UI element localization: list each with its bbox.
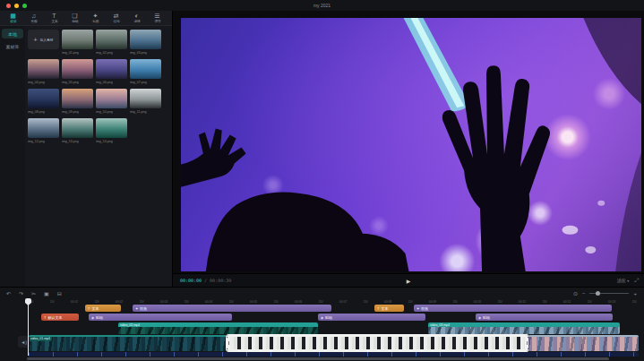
media-item[interactable]: img_11.png	[130, 89, 161, 118]
redo-icon[interactable]: ↷	[19, 290, 23, 297]
media-item[interactable]: img_01.png	[62, 30, 93, 59]
timeline-clip-purple[interactable]: ✦特效	[133, 305, 331, 312]
split-icon[interactable]: ✂	[31, 290, 36, 297]
timecode: 00:00:00 / 00:00:30	[180, 278, 231, 283]
media-thumbnail[interactable]	[28, 118, 59, 138]
media-item[interactable]: img_12.png	[28, 118, 59, 148]
current-time: 00:00:00	[180, 278, 202, 283]
audio-icon: ♫	[31, 13, 36, 19]
timeline-clip-video-sunset[interactable]	[528, 335, 639, 351]
media-thumbnail[interactable]	[130, 59, 161, 79]
snap-icon[interactable]: ⊙	[573, 290, 578, 297]
timeline-clip-purple[interactable]: ✦特效	[414, 305, 612, 312]
clip-label: 特效	[421, 306, 428, 311]
clip-type-icon: T	[377, 306, 379, 311]
nav-item-local[interactable]: 本地	[2, 29, 23, 39]
undo-icon[interactable]: ↶	[6, 290, 11, 297]
timeline-clip-video-dark[interactable]: video_01.mp4	[29, 335, 227, 351]
media-thumbnail[interactable]	[62, 118, 93, 138]
ruler-tick: 15f	[95, 299, 99, 303]
media-thumbnail[interactable]	[28, 89, 59, 108]
zoom-slider-knob[interactable]	[596, 291, 600, 296]
ruler-tick: 15f	[319, 299, 323, 303]
clip-label: 文本	[381, 306, 388, 311]
transition-icon: ⇄	[114, 13, 119, 19]
import-cell: + 导入素材	[28, 30, 59, 59]
clip-type-icon: ✦	[135, 306, 138, 311]
timeline-clip-purple[interactable]: ◈贴纸	[89, 314, 232, 321]
tool-effects[interactable]: ✦特效	[86, 13, 105, 23]
tool-filter[interactable]: ◐滤镜	[127, 13, 146, 23]
tool-sticker[interactable]: ❏贴纸	[65, 13, 84, 23]
ruler-tick: 15f	[632, 299, 637, 303]
zoom-in-icon[interactable]: +	[633, 291, 637, 297]
nav-item-library[interactable]: 素材库	[2, 41, 23, 51]
tool-audio[interactable]: ♫音频	[24, 13, 43, 23]
plus-icon: +	[33, 37, 37, 43]
media-item[interactable]: img_14.png	[96, 118, 127, 148]
media-thumbnail[interactable]	[28, 59, 59, 79]
media-caption: img_14.png	[96, 138, 125, 144]
timeline-clip-video-light[interactable]	[227, 335, 528, 351]
tool-adjust[interactable]: ☰调节	[148, 13, 167, 23]
timeline-toolbar-left: ↶↷✂▣⊟	[6, 290, 62, 297]
tool-text[interactable]: T文本	[45, 13, 64, 23]
media-item[interactable]: img_02.png	[96, 30, 127, 59]
media-item[interactable]: img_07.png	[130, 59, 161, 89]
play-button[interactable]: ▶	[407, 278, 411, 284]
tool-media[interactable]: ▦媒体	[4, 13, 22, 23]
media-thumbnail[interactable]	[62, 59, 93, 79]
timeline-clip-red[interactable]: T默认文本	[41, 314, 79, 321]
media-thumbnail[interactable]	[62, 89, 93, 108]
timeline-clip-purple[interactable]: ◈贴纸	[318, 314, 425, 321]
media-item[interactable]: img_08.png	[28, 89, 59, 118]
media-thumbnail[interactable]	[96, 30, 127, 49]
delete-icon[interactable]: ⊟	[57, 290, 62, 297]
tool-label: 音频	[30, 19, 37, 23]
import-media-button[interactable]: + 导入素材	[28, 30, 59, 49]
timeline-clip-orange[interactable]: T文本	[85, 305, 121, 312]
sticker-icon: ❏	[72, 13, 77, 19]
timeline-clip-overlay-blue[interactable]: video_03.mp4	[428, 322, 620, 334]
ruler-tick: 15f	[140, 299, 144, 303]
media-item[interactable]: img_13.png	[62, 118, 93, 148]
tool-label: 滤镜	[133, 19, 140, 23]
fullscreen-icon[interactable]: ⤢	[634, 278, 639, 284]
media-item[interactable]: img_05.png	[62, 59, 93, 89]
timeline-clip-orange[interactable]: T文本	[374, 305, 404, 312]
media-caption: img_07.png	[130, 79, 159, 85]
media-item[interactable]: img_03.png	[130, 30, 161, 59]
timeline-zoom-slider[interactable]	[589, 293, 629, 294]
ruler-tick: 00:04	[205, 299, 213, 303]
ruler-tick: 00:06	[295, 299, 303, 303]
audio-track-clip[interactable]	[29, 352, 639, 357]
media-item[interactable]: img_06.png	[96, 59, 127, 89]
media-thumbnail[interactable]	[62, 30, 93, 49]
media-thumbnail[interactable]	[130, 30, 161, 49]
clip-type-icon: ◈	[91, 315, 94, 320]
media-thumbnail[interactable]	[96, 59, 127, 79]
ruler-tick: 00:12	[563, 299, 571, 303]
timeline-horizontal-scrollbar[interactable]	[27, 357, 609, 360]
tool-label: 转场	[113, 19, 119, 23]
clip-label: 默认文本	[47, 315, 62, 320]
mask-icon[interactable]: ▣	[44, 290, 49, 297]
ruler-tick: 00:08	[384, 299, 392, 303]
tool-label: 贴纸	[72, 19, 78, 23]
clip-type-icon: ◈	[321, 315, 323, 320]
tool-transition[interactable]: ⇄转场	[107, 13, 125, 23]
media-thumbnail[interactable]	[96, 118, 127, 138]
timeline-clip-purple[interactable]: ◈贴纸	[476, 314, 613, 321]
trim-handle-left[interactable]	[227, 337, 230, 349]
media-thumbnail[interactable]	[96, 89, 127, 108]
media-item[interactable]: img_04.png	[28, 59, 59, 89]
media-item[interactable]: img_10.png	[96, 89, 127, 118]
fit-ratio-dropdown[interactable]: 适应 ▾	[617, 278, 629, 283]
media-thumbnail[interactable]	[130, 89, 161, 108]
tool-label: 特效	[92, 19, 99, 23]
effects-icon: ✦	[93, 13, 99, 19]
clip-label: 贴纸	[96, 315, 103, 320]
media-item[interactable]: img_09.png	[62, 89, 93, 118]
timeline-clip-overlay-dark[interactable]: video_02.mp4	[118, 322, 318, 334]
zoom-out-icon[interactable]: −	[582, 290, 586, 297]
